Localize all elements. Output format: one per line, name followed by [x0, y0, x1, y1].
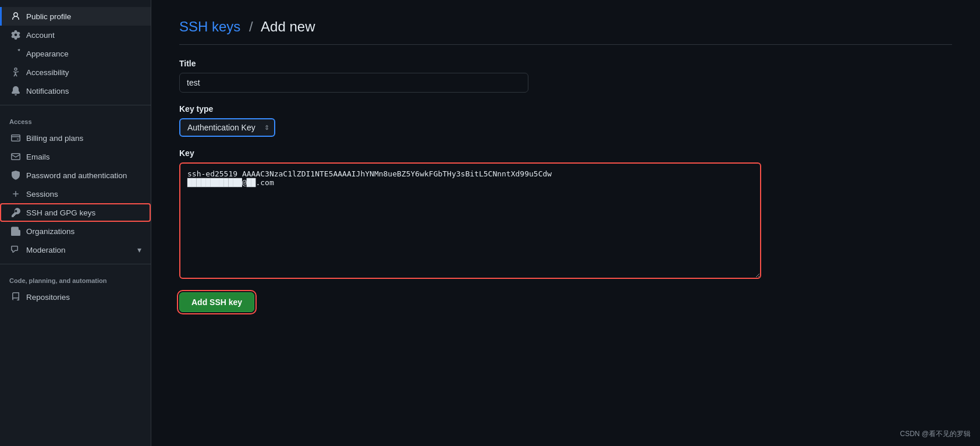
sidebar-item-notifications[interactable]: Notifications — [0, 82, 151, 100]
key-textarea[interactable]: ssh-ed25519 AAAAC3NzaC1lZDI1NTE5AAAAIJhY… — [179, 162, 761, 279]
sidebar-item-accessibility[interactable]: Accessibility — [0, 63, 151, 82]
sidebar-item-label: Moderation — [26, 246, 66, 254]
credit-card-icon — [11, 133, 20, 143]
breadcrumb-separator: / — [249, 19, 253, 34]
sidebar-item-label: Accessibility — [26, 68, 69, 77]
sidebar-item-label: Account — [26, 31, 55, 40]
sidebar-item-label: Emails — [26, 153, 50, 161]
key-icon — [11, 208, 20, 217]
sidebar-item-label: Password and authentication — [26, 171, 127, 180]
sidebar-divider-1 — [0, 105, 151, 105]
page-title: SSH keys / Add new — [179, 19, 952, 35]
key-type-label: Key type — [179, 104, 952, 114]
sidebar-item-organizations[interactable]: Organizations — [0, 222, 151, 240]
mail-icon — [11, 152, 20, 161]
sidebar-item-password[interactable]: Password and authentication — [0, 166, 151, 185]
sidebar-item-label: Billing and plans — [26, 134, 83, 143]
sidebar-item-account[interactable]: Account — [0, 26, 151, 44]
page-header: SSH keys / Add new — [179, 19, 952, 45]
add-ssh-key-button[interactable]: Add SSH key — [179, 292, 254, 312]
sidebar-item-label: Repositories — [26, 293, 70, 302]
sidebar-item-repositories[interactable]: Repositories — [0, 288, 151, 306]
sidebar-item-emails[interactable]: Emails — [0, 147, 151, 166]
breadcrumb-current: Add new — [261, 19, 315, 34]
sidebar-item-moderation[interactable]: Moderation ▾ — [0, 240, 151, 259]
bell-icon — [11, 86, 20, 95]
sidebar-item-label: Organizations — [26, 227, 74, 236]
sidebar-item-label: Appearance — [26, 49, 69, 58]
sidebar-item-public-profile[interactable]: Public profile — [0, 7, 151, 26]
sidebar-item-ssh-gpg[interactable]: SSH and GPG keys — [0, 203, 151, 222]
key-label: Key — [179, 148, 952, 158]
gear-icon — [11, 30, 20, 40]
title-group: Title — [179, 59, 952, 93]
sidebar-item-label: SSH and GPG keys — [26, 208, 95, 217]
building-icon — [11, 226, 20, 236]
add-button-wrapper: Add SSH key — [179, 292, 952, 312]
accessibility-icon — [11, 68, 20, 77]
chevron-down-icon: ▾ — [137, 245, 141, 254]
sidebar-item-appearance[interactable]: Appearance — [0, 44, 151, 63]
watermark: CSDN @看不见的罗辑 — [900, 429, 971, 439]
main-content: SSH keys / Add new Title Key type Authen… — [151, 0, 980, 446]
sidebar-item-label: Notifications — [26, 87, 69, 95]
shield-icon — [11, 171, 20, 180]
sidebar-divider-2 — [0, 264, 151, 264]
paintbrush-icon — [11, 49, 20, 58]
title-label: Title — [179, 59, 952, 68]
access-section-label: Access — [0, 110, 151, 129]
code-section-label: Code, planning, and automation — [0, 269, 151, 288]
repo-icon — [11, 292, 20, 302]
title-input[interactable] — [179, 73, 528, 93]
key-group: Key ssh-ed25519 AAAAC3NzaC1lZDI1NTE5AAAA… — [179, 148, 952, 281]
sidebar-item-label: Public profile — [26, 12, 71, 21]
sidebar-item-sessions[interactable]: Sessions — [0, 185, 151, 203]
sidebar-item-label: Sessions — [26, 190, 58, 199]
key-type-select-wrapper: Authentication Key Signing Key ⇕ — [179, 118, 275, 137]
key-type-group: Key type Authentication Key Signing Key … — [179, 104, 952, 137]
sidebar: Public profile Account Appearance Access… — [0, 0, 151, 446]
key-type-select[interactable]: Authentication Key Signing Key — [179, 118, 275, 137]
sidebar-item-billing[interactable]: Billing and plans — [0, 129, 151, 147]
breadcrumb-link[interactable]: SSH keys — [179, 19, 240, 34]
comment-icon — [11, 245, 20, 254]
radio-icon — [11, 189, 20, 199]
person-icon — [11, 12, 20, 21]
